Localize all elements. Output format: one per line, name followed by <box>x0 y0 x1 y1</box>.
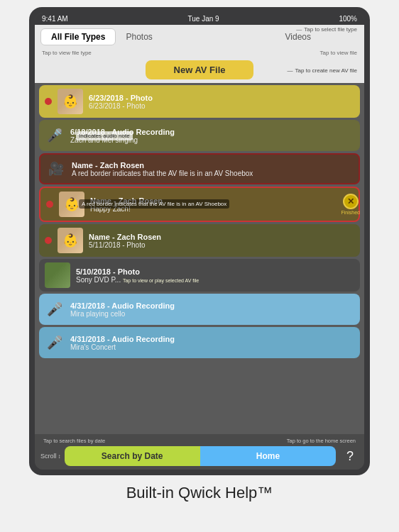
finished-badge: ✕ Finished <box>341 194 360 215</box>
status-battery: 100% <box>339 15 357 23</box>
audio-dot <box>45 98 52 105</box>
new-av-annotation: Tap to create new AV file <box>288 67 357 73</box>
thumbnail: 👶 <box>58 228 83 253</box>
sub-label-bar: Tap to view file type Tap to view file <box>35 49 364 57</box>
mic-icon: 🎤 <box>45 301 65 317</box>
indicates-audio-annotation: Indicates audio note <box>76 131 133 140</box>
tab-photos[interactable]: Photos <box>116 29 162 45</box>
file-info: 6/23/2018 - Photo 6/23/2018 - Photo <box>89 94 354 110</box>
file-title: 4/31/2018 - Audio Recording <box>70 301 354 310</box>
file-info: Name - Zach Rosen A red border indicates… <box>72 161 353 177</box>
view-type-label: Tap to view file type <box>42 50 92 56</box>
list-item[interactable]: 🎤 4/31/2018 - Audio Recording Mira's Con… <box>39 327 360 358</box>
file-title: 4/31/2018 - Audio Recording <box>70 335 354 343</box>
file-title: 5/10/2018 - Photo <box>76 267 354 276</box>
file-title: Name - Zach Rosen <box>89 233 354 241</box>
file-info: 5/10/2018 - Photo Sony DVD P... Tap to v… <box>76 267 354 284</box>
status-date: Tue Jan 9 <box>188 15 219 23</box>
tap-home-annotation: Tap to go to the home screen <box>287 438 356 444</box>
status-time: 9:41 AM <box>42 15 68 23</box>
mic-icon: 🎤 <box>45 128 65 143</box>
new-av-file-button[interactable]: New AV File <box>146 60 254 79</box>
file-list: Indicates audio note 👶 6/23/2018 - Photo… <box>35 83 364 434</box>
headline: Built-in Qwick Help™ <box>126 484 273 502</box>
red-border-annotation: A red border indicates that the AV file … <box>79 199 229 209</box>
list-item[interactable]: 🎤 4/31/2018 - Audio Recording Mira playi… <box>39 294 360 325</box>
file-subtitle: Mira's Concert <box>70 343 354 351</box>
file-subtitle: Mira playing cello <box>70 310 354 318</box>
file-title: 6/23/2018 - Photo <box>89 94 354 102</box>
thumbnail: 👶 <box>58 89 83 114</box>
device-screen: 9:41 AM Tue Jan 9 100% All File Types Ph… <box>35 13 364 470</box>
tab-bar: All File Types Photos Videos Tap to sele… <box>35 25 364 49</box>
search-by-date-button[interactable]: Search by Date <box>65 446 200 466</box>
bottom-buttons: Scroll ↕ Search by Date Home ? <box>40 446 359 466</box>
file-info: Name - Zach Rosen 5/11/2018 - Photo <box>89 233 354 249</box>
audio-dot <box>45 237 52 244</box>
file-subtitle: Sony DVD P... Tap to view or play select… <box>76 276 354 284</box>
video-icon: 🎥 <box>46 161 66 177</box>
file-info: 4/31/2018 - Audio Recording Mira's Conce… <box>70 335 354 351</box>
file-subtitle: A red border indicates that the AV file … <box>72 170 353 177</box>
tab-all-file-types[interactable]: All File Types <box>40 28 116 45</box>
list-item[interactable]: 👶 6/23/2018 - Photo 6/23/2018 - Photo <box>39 85 360 118</box>
home-button[interactable]: Home <box>200 446 336 466</box>
tap-search-annotation: Tap to search files by date <box>43 438 105 444</box>
device-frame: 9:41 AM Tue Jan 9 100% All File Types Ph… <box>29 7 370 475</box>
status-bar: 9:41 AM Tue Jan 9 100% <box>35 13 364 25</box>
help-button[interactable]: ? <box>341 449 359 464</box>
list-item[interactable]: 🎥 Name - Zach Rosen A red border indicat… <box>39 153 360 184</box>
finished-text: Finished <box>341 210 360 215</box>
file-subtitle: 5/11/2018 - Photo <box>89 241 354 249</box>
thumbnail <box>45 262 70 288</box>
file-subtitle: 6/23/2018 - Photo <box>89 102 354 110</box>
new-av-bar: New AV File Tap to create new AV file <box>35 57 364 83</box>
tab-videos[interactable]: Videos <box>285 32 311 42</box>
list-item[interactable]: 5/10/2018 - Photo Sony DVD P... Tap to v… <box>39 259 360 292</box>
tab-select-annotation: Tap to select file type <box>296 26 357 33</box>
view-file-label: Tap to view file <box>320 50 357 56</box>
file-info: 4/31/2018 - Audio Recording Mira playing… <box>70 301 354 318</box>
list-item[interactable]: 👶 Name - Zach Rosen 5/11/2018 - Photo <box>39 224 360 257</box>
mic-icon: 🎤 <box>45 335 65 350</box>
scroll-label: Scroll ↕ <box>40 453 61 460</box>
audio-dot <box>46 201 53 208</box>
file-title: Name - Zach Rosen <box>72 161 353 170</box>
x-circle: ✕ <box>343 194 359 209</box>
bottom-bar: Tap to search files by date Tap to go to… <box>35 434 364 470</box>
